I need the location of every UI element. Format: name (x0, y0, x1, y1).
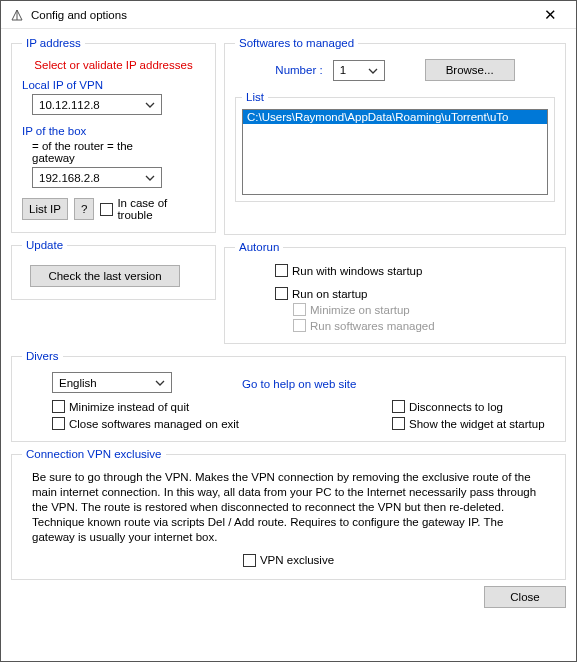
help-button[interactable]: ? (74, 198, 94, 220)
goto-help-link[interactable]: Go to help on web site (242, 378, 356, 391)
local-ip-value: 10.12.112.8 (39, 99, 100, 111)
vpn-exclusive-checkbox[interactable]: VPN exclusive (243, 554, 334, 567)
checkbox-icon (275, 287, 288, 300)
app-icon (9, 7, 25, 23)
run-windows-startup-checkbox[interactable]: Run with windows startup (275, 264, 555, 277)
language-select[interactable]: English (52, 372, 172, 393)
minimize-quit-label: Minimize instead of quit (69, 401, 189, 413)
software-legend: Softwares to managed (235, 37, 358, 49)
checkbox-icon (293, 303, 306, 316)
checkbox-icon (52, 417, 65, 430)
update-legend: Update (22, 239, 67, 251)
software-listbox[interactable]: C:\Users\Raymond\AppData\Roaming\uTorren… (242, 109, 548, 195)
language-value: English (59, 377, 97, 389)
autorun-group: Autorun Run with windows startup Run on … (224, 241, 566, 344)
disconnects-log-label: Disconnects to log (409, 401, 503, 413)
checkbox-icon (293, 319, 306, 332)
content-area: IP address Select or validate IP address… (1, 29, 576, 661)
number-value: 1 (340, 64, 346, 76)
chevron-down-icon (153, 376, 167, 390)
show-widget-label: Show the widget at startup (409, 418, 545, 430)
number-select[interactable]: 1 (333, 60, 385, 81)
checkbox-icon (392, 417, 405, 430)
vpn-description: Be sure to go through the VPN. Makes the… (32, 470, 545, 545)
list-item[interactable]: C:\Users\Raymond\AppData\Roaming\uTorren… (243, 110, 547, 124)
list-legend: List (242, 91, 268, 103)
run-softwares-managed-checkbox: Run softwares managed (293, 319, 555, 332)
box-ip-select[interactable]: 192.168.2.8 (32, 167, 162, 188)
update-group: Update Check the last version (11, 239, 216, 300)
ip-caption: Select or validate IP addresses (22, 59, 205, 71)
chevron-down-icon (143, 98, 157, 112)
close-softwares-exit-checkbox[interactable]: Close softwares managed on exit (52, 417, 312, 430)
trouble-checkbox[interactable]: In case of trouble (100, 197, 177, 221)
box-ip-hint: = of the router = the gateway (32, 140, 142, 164)
checkbox-icon (275, 264, 288, 277)
run-startup-checkbox[interactable]: Run on startup (275, 287, 555, 300)
local-ip-label: Local IP of VPN (22, 79, 205, 91)
window-title: Config and options (31, 9, 530, 21)
autorun-legend: Autorun (235, 241, 283, 253)
minimize-startup-label: Minimize on startup (310, 304, 410, 316)
chevron-down-icon (366, 64, 380, 78)
browse-button[interactable]: Browse... (425, 59, 515, 81)
list-ip-button[interactable]: List IP (22, 198, 68, 220)
run-startup-label: Run on startup (292, 288, 367, 300)
box-ip-value: 192.168.2.8 (39, 172, 100, 184)
show-widget-checkbox[interactable]: Show the widget at startup (392, 417, 545, 430)
titlebar: Config and options ✕ (1, 1, 576, 29)
minimize-quit-checkbox[interactable]: Minimize instead of quit (52, 400, 312, 413)
window-close-button[interactable]: ✕ (530, 6, 570, 24)
run-windows-startup-label: Run with windows startup (292, 265, 422, 277)
close-button[interactable]: Close (484, 586, 566, 608)
minimize-startup-checkbox: Minimize on startup (293, 303, 555, 316)
number-label: Number : (275, 64, 322, 76)
ip-address-legend: IP address (22, 37, 85, 49)
vpn-exclusive-group: Connection VPN exclusive Be sure to go t… (11, 448, 566, 580)
checkbox-icon (392, 400, 405, 413)
checkbox-icon (52, 400, 65, 413)
vpn-exclusive-legend: Connection VPN exclusive (22, 448, 166, 460)
software-group: Softwares to managed Number : 1 Browse..… (224, 37, 566, 235)
disconnects-log-checkbox[interactable]: Disconnects to log (392, 400, 545, 413)
local-ip-select[interactable]: 10.12.112.8 (32, 94, 162, 115)
vpn-exclusive-label: VPN exclusive (260, 554, 334, 566)
close-softwares-exit-label: Close softwares managed on exit (69, 418, 239, 430)
divers-group: Divers English Go to help on web site Mi… (11, 350, 566, 442)
check-version-button[interactable]: Check the last version (30, 265, 180, 287)
divers-legend: Divers (22, 350, 63, 362)
trouble-label: In case of trouble (117, 197, 177, 221)
checkbox-icon (100, 203, 113, 216)
run-softwares-managed-label: Run softwares managed (310, 320, 435, 332)
checkbox-icon (243, 554, 256, 567)
list-group: List C:\Users\Raymond\AppData\Roaming\uT… (235, 91, 555, 202)
box-ip-label: IP of the box (22, 125, 205, 137)
chevron-down-icon (143, 171, 157, 185)
ip-address-group: IP address Select or validate IP address… (11, 37, 216, 233)
